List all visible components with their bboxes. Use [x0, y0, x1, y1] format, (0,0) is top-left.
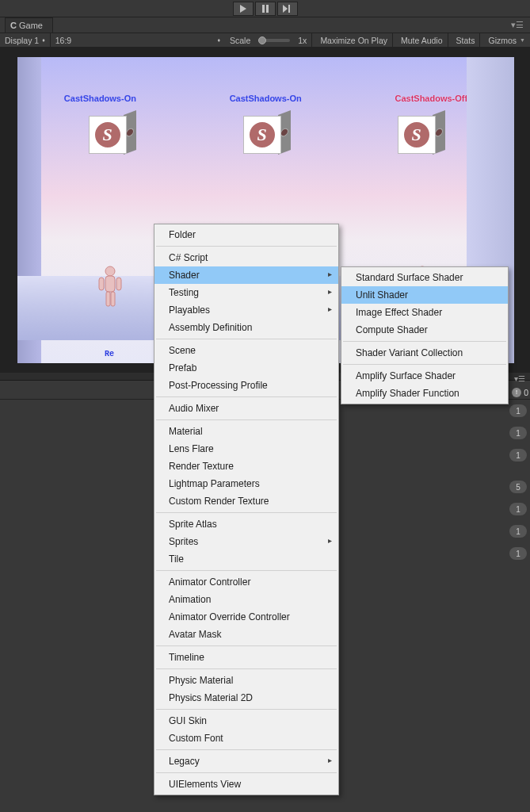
panel-options-icon[interactable]: ▾☰: [511, 17, 530, 33]
shader-submenu: Standard Surface ShaderUnlit ShaderImage…: [341, 266, 509, 404]
create-menu-item-legacy[interactable]: Legacy: [154, 753, 338, 770]
scene-bottom-label: Re: [105, 350, 114, 358]
svg-rect-10: [111, 292, 115, 306]
play-button[interactable]: [233, 2, 254, 16]
error-icon: !: [512, 388, 521, 397]
aspect-value: 16:9: [55, 36, 71, 45]
scene-label-1: CastShadows-On: [64, 94, 136, 103]
row-count-pill: 1: [509, 427, 527, 439]
display-value: Display 1: [5, 36, 39, 45]
create-menu-item-uielements-view[interactable]: UIElements View: [154, 776, 338, 793]
display-dropdown[interactable]: Display 1♦: [0, 34, 50, 47]
create-menu-separator: [156, 709, 337, 710]
create-menu-item-lightmap-parameters[interactable]: Lightmap Parameters: [154, 475, 338, 492]
svg-rect-4: [288, 5, 290, 13]
dice-row: S S S: [35, 113, 498, 157]
create-menu-separator: [156, 668, 337, 669]
create-menu-item-custom-render-texture[interactable]: Custom Render Texture: [154, 492, 338, 510]
create-menu-item-sprites[interactable]: Sprites: [154, 533, 338, 550]
create-menu-item-prefab[interactable]: Prefab: [154, 359, 338, 377]
panel-options-icon[interactable]: ▾☰: [514, 374, 525, 383]
create-menu-separator: [156, 246, 337, 247]
mute-audio-toggle[interactable]: Mute Audio: [396, 34, 448, 47]
shader-menu-item-amplify-surface-shader[interactable]: Amplify Surface Shader: [341, 367, 508, 385]
shader-menu-item-compute-shader[interactable]: Compute Shader: [341, 321, 508, 339]
error-count-chip[interactable]: ! 0: [512, 388, 528, 397]
create-menu-item-scene[interactable]: Scene: [154, 342, 338, 359]
shader-menu-separator: [343, 341, 506, 342]
create-menu-separator: [156, 419, 337, 420]
dice-3: S: [398, 113, 445, 157]
create-menu-item-tile[interactable]: Tile: [154, 550, 338, 568]
row-counts-column: 1115111: [509, 404, 527, 560]
row-count-pill: 1: [509, 525, 527, 538]
scene-labels: CastShadows-On CastShadows-On CastShadow…: [17, 94, 514, 103]
svg-rect-1: [262, 5, 265, 13]
gizmos-label: Gizmos: [488, 36, 517, 45]
stats-toggle[interactable]: Stats: [452, 34, 480, 47]
create-menu-item-material[interactable]: Material: [154, 423, 338, 440]
scale-slider[interactable]: [255, 39, 293, 42]
play-controls-bar: [0, 0, 530, 17]
scene-label-3: CastShadows-Off: [395, 94, 467, 103]
create-menu-item-avatar-mask[interactable]: Avatar Mask: [154, 626, 338, 643]
row-count-pill: 1: [509, 547, 527, 560]
svg-rect-6: [105, 276, 115, 292]
create-menu-item-custom-font[interactable]: Custom Font: [154, 730, 338, 747]
dice-2: S: [243, 113, 291, 157]
create-menu-item-playables[interactable]: Playables: [154, 301, 338, 319]
create-menu-item-timeline[interactable]: Timeline: [154, 649, 338, 666]
pause-button[interactable]: [255, 2, 276, 16]
gizmos-dropdown[interactable]: Gizmos ▼: [483, 34, 530, 47]
svg-rect-8: [116, 278, 121, 290]
scale-label: Scale: [225, 34, 255, 47]
create-menu-separator: [156, 749, 337, 750]
svg-rect-7: [99, 278, 104, 290]
create-menu-separator: [156, 396, 337, 397]
create-menu-item-shader[interactable]: Shader: [154, 266, 338, 284]
scale-value: 1x: [293, 34, 311, 47]
shader-menu-item-image-effect-shader[interactable]: Image Effect Shader: [341, 304, 508, 321]
step-button[interactable]: [277, 2, 298, 16]
maximize-on-play-toggle[interactable]: Maximize On Play: [315, 34, 392, 47]
row-count-pill: 5: [509, 481, 527, 493]
aspect-dropdown[interactable]: 16:9: [51, 34, 76, 47]
create-menu-item-render-texture[interactable]: Render Texture: [154, 458, 338, 475]
create-menu-separator: [156, 339, 337, 339]
create-menu-item-physic-material[interactable]: Physic Material: [154, 672, 338, 689]
aspect-handle[interactable]: ♦: [212, 36, 225, 44]
shader-menu-item-standard-surface-shader[interactable]: Standard Surface Shader: [341, 269, 508, 286]
shader-menu-item-unlit-shader[interactable]: Unlit Shader: [341, 286, 508, 304]
row-count-pill: 1: [509, 404, 527, 417]
create-menu-item-assembly-definition[interactable]: Assembly Definition: [154, 319, 338, 336]
shader-menu-item-shader-variant-collection[interactable]: Shader Variant Collection: [341, 344, 508, 362]
create-menu-item-animation[interactable]: Animation: [154, 591, 338, 608]
create-context-menu: FolderC# ScriptShaderTestingPlayablesAss…: [154, 224, 339, 795]
create-menu-item-physics-material-2d[interactable]: Physics Material 2D: [154, 689, 338, 707]
svg-marker-3: [283, 5, 288, 13]
game-toolbar: Display 1♦ 16:9 ♦ Scale 1x Maximize On P…: [0, 33, 530, 48]
tab-strip: CGame ▾☰: [0, 17, 530, 33]
create-menu-separator: [156, 570, 337, 571]
create-menu-item-animator-override-controller[interactable]: Animator Override Controller: [154, 608, 338, 626]
scene-label-2: CastShadows-On: [230, 94, 302, 103]
create-menu-item-lens-flare[interactable]: Lens Flare: [154, 440, 338, 458]
create-menu-item-c-script[interactable]: C# Script: [154, 249, 338, 266]
row-count-pill: 1: [509, 449, 527, 462]
create-menu-item-gui-skin[interactable]: GUI Skin: [154, 712, 338, 730]
create-menu-item-testing[interactable]: Testing: [154, 284, 338, 301]
tab-label: Game: [19, 21, 43, 30]
game-tab[interactable]: CGame: [5, 17, 53, 33]
shader-menu-item-amplify-shader-function[interactable]: Amplify Shader Function: [341, 385, 508, 402]
create-menu-item-sprite-atlas[interactable]: Sprite Atlas: [154, 515, 338, 533]
create-menu-item-folder[interactable]: Folder: [154, 226, 338, 243]
create-menu-separator: [156, 772, 337, 773]
error-count: 0: [524, 388, 528, 397]
csharp-icon: C: [10, 21, 17, 30]
create-menu-item-post-processing-profile[interactable]: Post-Processing Profile: [154, 377, 338, 394]
dice-1: S: [89, 113, 136, 157]
shader-menu-separator: [343, 364, 506, 365]
create-menu-separator: [156, 512, 337, 513]
create-menu-item-animator-controller[interactable]: Animator Controller: [154, 573, 338, 591]
create-menu-item-audio-mixer[interactable]: Audio Mixer: [154, 400, 338, 417]
